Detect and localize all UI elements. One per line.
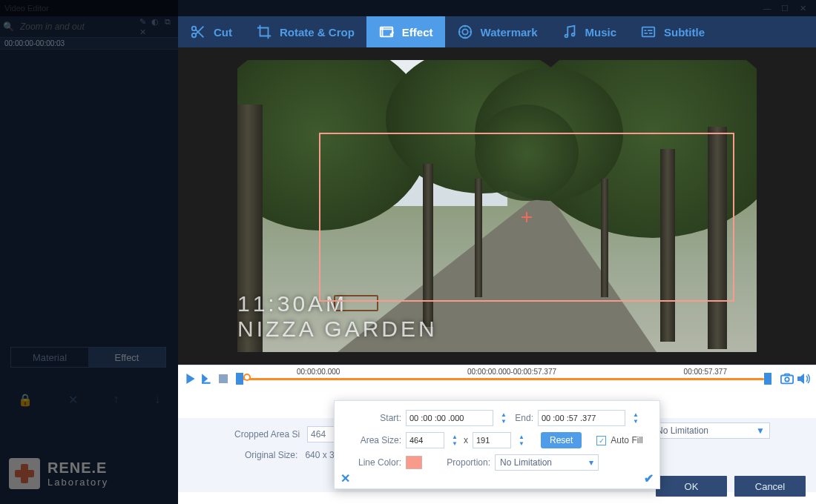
left-panel: 🔍 ✎ ◐ ⧉ ✕ 00:00:00-00:00:03 Material Eff… (0, 16, 178, 504)
tab-music[interactable]: Music (550, 16, 629, 47)
ok-button[interactable]: OK (656, 476, 727, 497)
step-icon[interactable] (200, 372, 214, 385)
crop-settings-popup: Start: 00 :00 :00 .000 ▲▼ End: 00 :00 :5… (334, 400, 660, 489)
timeline-labels: 00:00:00.000 00:00:00.000-00:00:57.377 0… (237, 368, 771, 376)
chevron-down-icon: ▾ (589, 457, 593, 468)
svg-rect-11 (781, 375, 793, 383)
proportion-select-outer[interactable]: No Limitation ▼ (651, 422, 770, 439)
search-icon: 🔍 (3, 21, 14, 32)
volume-icon[interactable] (797, 372, 810, 385)
autofill-label: Auto Fill (611, 435, 642, 445)
brand-logo: RENE.E Laboratory (9, 458, 108, 489)
video-canvas[interactable]: 11:30AM NIZZA GARDEN (237, 60, 757, 352)
up-icon[interactable]: ↑ (113, 393, 119, 406)
svg-point-3 (390, 34, 392, 36)
svg-point-4 (392, 32, 392, 33)
original-label: Original Size: (245, 450, 297, 460)
logo-text-1: RENE.E (47, 460, 108, 477)
maximize-icon[interactable]: ☐ (776, 2, 794, 14)
svg-point-12 (785, 377, 789, 381)
playhead[interactable] (243, 374, 251, 381)
material-effect-tabs: Material Effect (10, 347, 166, 368)
cancel-button[interactable]: Cancel (734, 476, 806, 497)
copy-icon[interactable]: ⧉ (163, 17, 172, 26)
tab-effect-left[interactable]: Effect (88, 348, 165, 367)
in-marker[interactable] (236, 373, 243, 385)
title-bar: Video Editor — ☐ ✕ (0, 0, 816, 16)
timeline-track[interactable] (236, 376, 774, 382)
eye-icon[interactable]: ◐ (150, 17, 160, 26)
time-range: 00:00:00.000-00:00:57.377 (467, 368, 556, 376)
x-label: x (464, 435, 468, 445)
close-icon[interactable]: ✕ (794, 2, 812, 14)
crop-rectangle[interactable] (319, 133, 734, 302)
logo-badge-icon (9, 458, 40, 489)
app-title: Video Editor (4, 4, 49, 13)
tab-effect[interactable]: Effect (366, 16, 445, 47)
line-color-label: Line Color: (343, 457, 401, 468)
subtitle-icon (640, 24, 657, 40)
scissors-icon (190, 24, 206, 40)
pencil-icon[interactable]: ✎ (138, 17, 148, 26)
time-end: 00:00:57.377 (684, 368, 727, 376)
proportion-select[interactable]: No Limitation ▾ (495, 454, 599, 471)
end-time-input[interactable]: 00 :00 :57 .377 (538, 410, 625, 426)
left-toolbar: 🔒 ✕ ↑ ↓ (0, 387, 178, 412)
time-pos: 00:00:00.000 (297, 368, 340, 376)
chevron-down-icon: ▼ (756, 425, 765, 436)
x-icon[interactable]: ✕ (138, 27, 148, 36)
svg-rect-9 (642, 27, 655, 37)
end-label: End: (513, 413, 533, 423)
svg-point-5 (458, 26, 471, 39)
minimize-icon[interactable]: — (758, 2, 776, 14)
area-width-spinner[interactable]: ▲▼ (450, 434, 459, 447)
lock-icon[interactable]: 🔒 (18, 393, 33, 407)
popup-cancel-icon[interactable]: ✕ (340, 471, 350, 485)
area-size-label: Area Size: (343, 435, 401, 445)
start-time-input[interactable]: 00 :00 :00 .000 (406, 410, 493, 426)
start-label: Start: (343, 413, 401, 423)
area-width-input[interactable]: 464 (406, 432, 444, 448)
effect-icon (378, 24, 395, 40)
svg-point-8 (571, 33, 574, 36)
search-tools: ✎ ◐ ⧉ ✕ (138, 16, 175, 37)
crop-icon (256, 24, 272, 40)
watermark-icon (457, 24, 473, 40)
crop-center-cross-icon (521, 212, 532, 222)
svg-point-6 (462, 29, 467, 34)
stop-icon[interactable] (217, 372, 230, 385)
logo-text-2: Laboratory (47, 477, 108, 488)
svg-point-7 (565, 35, 567, 38)
area-height-input[interactable]: 191 (473, 432, 511, 448)
end-spinner[interactable]: ▲▼ (631, 411, 640, 425)
tab-material[interactable]: Material (11, 348, 88, 367)
tab-watermark[interactable]: Watermark (445, 16, 550, 47)
music-icon (562, 24, 578, 40)
reset-button[interactable]: Reset (541, 432, 582, 448)
tab-subtitle[interactable]: Subtitle (628, 16, 717, 47)
popup-confirm-icon[interactable]: ✔ (644, 471, 654, 485)
down-icon[interactable]: ↓ (154, 393, 160, 406)
line-color-swatch[interactable] (406, 456, 422, 469)
start-spinner[interactable]: ▲▼ (499, 411, 508, 425)
top-tabs: Cut Rotate & Crop Effect Watermark Music… (178, 16, 816, 47)
play-icon[interactable] (184, 372, 197, 385)
out-marker[interactable] (764, 373, 771, 385)
proportion-label: Proportion: (444, 457, 490, 468)
area-height-spinner[interactable]: ▲▼ (517, 434, 526, 447)
svg-rect-10 (219, 374, 228, 383)
tab-rotate-crop[interactable]: Rotate & Crop (244, 16, 366, 47)
autofill-checkbox[interactable]: ✓ (596, 436, 606, 445)
tab-cut[interactable]: Cut (178, 16, 244, 47)
clip-entry[interactable]: 00:00:00-00:00:03 (0, 37, 178, 50)
snapshot-icon[interactable] (780, 372, 794, 385)
delete-icon[interactable]: ✕ (68, 393, 78, 407)
cropped-label: Cropped Area Si (234, 429, 300, 440)
search-input[interactable] (17, 20, 135, 33)
dialog-buttons: OK Cancel (656, 476, 806, 497)
video-preview: 11:30AM NIZZA GARDEN (178, 47, 816, 365)
